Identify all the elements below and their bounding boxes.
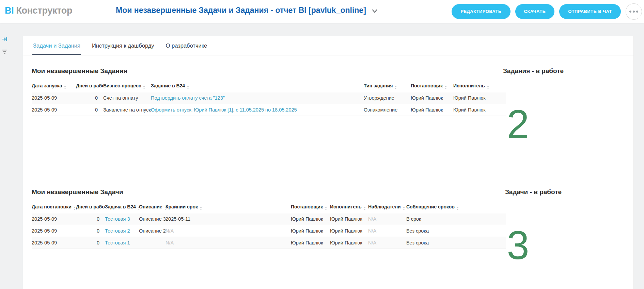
column-header[interactable]: Крайний срок — [166, 201, 291, 213]
column-header[interactable]: Постановщик — [411, 80, 453, 92]
table-cell: Юрий Павлюк — [291, 237, 330, 249]
column-header-label: Описание — [139, 204, 162, 209]
table-cell: Описание 2 — [139, 225, 166, 237]
download-button[interactable]: СКАЧАТЬ — [515, 4, 555, 19]
table-cell: Юрий Павлюк — [291, 213, 330, 225]
table-cell: Тестовая 1 — [105, 237, 139, 249]
cell-text: N/A — [368, 240, 376, 245]
table-cell — [139, 237, 166, 249]
cell-link[interactable]: Тестовая 1 — [105, 240, 130, 245]
table-cell: Юрий Павлюк — [411, 104, 453, 116]
cell-text: N/A — [368, 216, 376, 222]
column-header-label: Постановщик — [291, 204, 323, 209]
sort-icon — [364, 207, 366, 210]
cell-text: Утверждение — [364, 95, 394, 101]
cell-text: 0 — [97, 228, 99, 234]
tab-0[interactable]: Задачи и Задания — [32, 36, 81, 55]
table-cell: Юрий Павлюк — [330, 237, 368, 249]
table-cell: Подтвердить оплату счета "123" — [151, 92, 364, 104]
edit-button[interactable]: РЕДАКТИРОВАТЬ — [452, 4, 510, 19]
column-header[interactable]: Бизнес-процесс — [103, 80, 151, 92]
cell-text: 2025-05-09 — [32, 95, 57, 101]
kpi-value-assignments: 2 — [455, 104, 581, 144]
table-cell: N/A — [166, 237, 291, 249]
cell-text: Описание 2 — [139, 228, 166, 234]
table-cell: Юрий Павлюк — [330, 225, 368, 237]
logo-bi: BI — [5, 5, 14, 16]
column-header[interactable]: Постановщик — [291, 201, 330, 213]
sort-icon — [395, 86, 397, 89]
column-header[interactable]: Исполнитель — [453, 80, 506, 92]
cell-text: Юрий Павлюк — [291, 240, 323, 245]
cell-text: 0 — [97, 216, 99, 222]
table-cell: Утверждение — [364, 92, 411, 104]
assignments-table: Дата запускаДней в работеБизнес-процессЗ… — [32, 80, 506, 116]
column-header-label: Задание в Б24 — [151, 83, 185, 88]
column-header[interactable]: Исполнитель — [330, 201, 368, 213]
cell-text: Описание 3 — [139, 216, 166, 222]
table-cell: 0 — [76, 104, 103, 116]
expand-panel-icon[interactable] — [2, 36, 8, 44]
cell-text: Юрий Павлюк — [453, 95, 485, 101]
table-cell: Заявление на отпуск — [103, 104, 151, 116]
column-header-label: Дата постановки — [32, 204, 72, 209]
cell-text: 0 — [95, 107, 98, 113]
table-cell: 0 — [76, 237, 105, 249]
column-header[interactable]: Дата запуска — [32, 80, 76, 92]
cell-link[interactable]: Оформить отпуск: Юрий Павлюк [1], с 11.0… — [151, 107, 297, 113]
table-cell: 0 — [76, 225, 105, 237]
table-cell: 0 — [76, 92, 103, 104]
cell-text: 0 — [97, 240, 99, 245]
sort-icon — [143, 86, 145, 89]
column-header[interactable]: Описание — [139, 201, 166, 213]
cell-text: N/A — [166, 240, 174, 245]
column-header[interactable]: Дней в работе — [76, 201, 105, 213]
sort-icon — [64, 86, 66, 89]
cell-text: Без срока — [406, 240, 429, 245]
cell-link[interactable]: Тестовая 3 — [105, 216, 130, 222]
data-table: Дата запускаДней в работеБизнес-процессЗ… — [32, 80, 506, 116]
table-cell: 2025-05-09 — [32, 237, 76, 249]
cell-text: 0 — [95, 95, 98, 101]
app-logo[interactable]: BIКонструктор — [5, 5, 72, 16]
filter-icon[interactable] — [2, 49, 8, 56]
section-tasks: Мои незавершенные Задачи Дата постановки… — [32, 188, 506, 249]
table-cell: 2025-05-09 — [32, 104, 76, 116]
report-title-dropdown[interactable]: Мои незавершенные Задачи и Задания - отч… — [116, 6, 377, 15]
cell-text: Юрий Павлюк — [330, 228, 362, 234]
table-row: 2025-05-090Заявление на отпускОформить о… — [32, 104, 506, 116]
cell-text: N/A — [166, 228, 174, 234]
more-options-button[interactable] — [626, 3, 642, 20]
table-cell: 2025-05-09 — [32, 92, 76, 104]
cell-text: В срок — [406, 216, 421, 222]
tab-bar: Задачи и ЗаданияИнструкция к дашбордуО р… — [23, 36, 633, 55]
send-to-chat-button[interactable]: ОТПРАВИТЬ В ЧАТ — [559, 4, 621, 19]
cell-link[interactable]: Подтвердить оплату счета "123" — [151, 95, 225, 101]
tasks-table: Дата постановкиДней в работеЗадача в Б24… — [32, 201, 506, 249]
sort-icon — [487, 86, 489, 89]
column-header[interactable]: Задача в Б24 — [105, 201, 139, 213]
column-header[interactable]: Соблюдение сроков — [406, 201, 506, 213]
cell-text: 2025-05-09 — [32, 228, 57, 234]
column-header[interactable]: Дата постановки — [32, 201, 76, 213]
column-header[interactable]: Наблюдатели — [368, 201, 406, 213]
tab-1[interactable]: Инструкция к дашборду — [91, 36, 155, 55]
report-title: Мои незавершенные Задачи и Задания - отч… — [116, 6, 366, 15]
column-header[interactable]: Дней в работе — [76, 80, 103, 92]
table-cell: Тестовая 3 — [105, 213, 139, 225]
cell-text: 2025-05-09 — [32, 107, 57, 113]
header-actions: РЕДАКТИРОВАТЬ СКАЧАТЬ ОТПРАВИТЬ В ЧАТ — [452, 0, 642, 23]
column-header-label: Наблюдатели — [368, 204, 401, 209]
column-header[interactable]: Задание в Б24 — [151, 80, 364, 92]
column-header-label: Задача в Б24 — [105, 204, 136, 209]
table-cell: Описание 3 — [139, 213, 166, 225]
cell-text: Юрий Павлюк — [291, 216, 323, 222]
cell-link[interactable]: Тестовая 2 — [105, 228, 130, 234]
column-header[interactable]: Тип задания — [364, 80, 411, 92]
table-cell: Тестовая 2 — [105, 225, 139, 237]
tab-2[interactable]: О разработчике — [165, 36, 208, 55]
kpi-value-tasks: 3 — [455, 225, 581, 265]
table-row: 2025-05-090Тестовая 1N/AЮрий ПавлюкЮрий … — [32, 237, 506, 249]
table-cell: Ознакомление — [364, 104, 411, 116]
sort-icon — [187, 86, 189, 89]
